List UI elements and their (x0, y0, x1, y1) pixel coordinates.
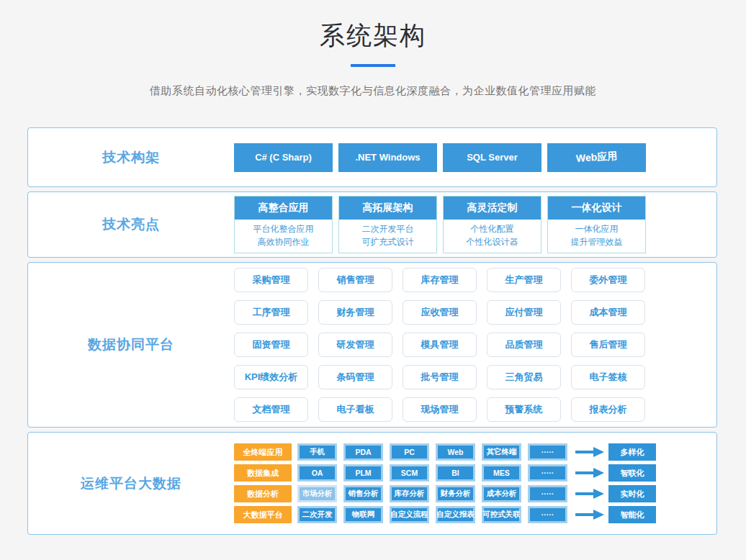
tech-button[interactable]: .NET Windows (338, 143, 437, 172)
highlight-card-line: 一体化应用 (548, 222, 645, 235)
bigdata-item-button[interactable]: 其它终端 (482, 443, 521, 461)
tech-button[interactable]: Web应用 (547, 143, 646, 172)
tech-button[interactable]: SQL Server (443, 143, 541, 172)
bigdata-result-badge: 智能化 (608, 506, 656, 523)
module-button[interactable]: 采购管理 (234, 268, 308, 292)
tech-button-label: C# (C Sharp) (255, 152, 312, 163)
highlight-card-title: 高拓展架构 (339, 197, 436, 220)
bigdata-item-button[interactable]: 财务分析 (436, 485, 475, 502)
highlight-card-title: 高灵活定制 (444, 197, 541, 220)
module-button[interactable]: 报表分析 (571, 397, 645, 422)
module-button[interactable]: 文档管理 (234, 397, 308, 422)
bigdata-flow-rows: 全终端应用手机PDAPCWeb其它终端·····多样化数据集成OAPLMSCMB… (234, 433, 716, 534)
highlight-card-line: 可扩充式设计 (339, 235, 436, 248)
highlight-card-line: 高效协同作业 (235, 235, 332, 248)
module-button-grid: 采购管理销售管理库存管理生产管理委外管理工序管理财务管理应收管理应付管理成本管理… (234, 263, 716, 427)
module-button[interactable]: 应收管理 (403, 300, 477, 325)
bigdata-item-button[interactable]: PC (390, 443, 429, 461)
module-button[interactable]: 售后管理 (571, 333, 645, 357)
bigdata-item-button[interactable]: Web (436, 443, 475, 461)
highlights-section-label: 技术亮点 (28, 192, 234, 257)
module-button[interactable]: 研发管理 (318, 333, 392, 357)
module-button[interactable]: 条码管理 (318, 365, 392, 389)
bigdata-row-label: 数据集成 (234, 464, 292, 482)
bigdata-row-label: 大数据平台 (234, 506, 292, 523)
highlight-card-title: 一体化设计 (548, 197, 645, 220)
module-button[interactable]: KPI绩效分析 (234, 365, 308, 389)
bigdata-item-button[interactable]: 库存分析 (390, 485, 429, 502)
bigdata-row: 全终端应用手机PDAPCWeb其它终端·····多样化 (234, 443, 656, 461)
module-button[interactable]: 品质管理 (487, 333, 561, 357)
module-button[interactable]: 电子看板 (318, 397, 392, 422)
bigdata-item-button[interactable]: BI (436, 464, 475, 482)
module-button[interactable]: 电子签核 (571, 365, 645, 389)
bigdata-result-badge: 智联化 (608, 464, 656, 482)
bigdata-item-button[interactable]: 可控式关联 (482, 506, 521, 523)
module-button[interactable]: 工序管理 (234, 300, 308, 325)
highlight-card-line: 二次开发平台 (339, 222, 436, 235)
module-button[interactable]: 生产管理 (487, 268, 561, 292)
highlight-card-line: 个性化设计器 (444, 235, 541, 248)
bigdata-item-button[interactable]: ····· (528, 506, 567, 523)
tech-stack-button-row: C# (C Sharp).NET WindowsSQL ServerWeb应用 (234, 128, 716, 186)
highlight-card: 高整合应用平台化整合应用高效协同作业 (234, 196, 333, 253)
highlight-card-title: 高整合应用 (235, 197, 332, 220)
arrow-right-icon (575, 447, 604, 457)
bigdata-item-button[interactable]: PDA (343, 443, 383, 461)
bigdata-item-button[interactable]: MES (482, 464, 521, 482)
module-button[interactable]: 库存管理 (403, 268, 477, 292)
bigdata-item-button[interactable]: 市场分析 (297, 485, 337, 502)
bigdata-section-label: 运维平台大数据 (28, 433, 234, 534)
bigdata-row: 数据集成OAPLMSCMBIMES·····智联化 (234, 464, 656, 482)
highlight-card-row: 高整合应用平台化整合应用高效协同作业高拓展架构二次开发平台可扩充式设计高灵活定制… (234, 192, 716, 257)
module-button[interactable]: 财务管理 (318, 300, 392, 325)
bigdata-item-button[interactable]: 成本分析 (482, 485, 521, 502)
highlight-card-body: 平台化整合应用高效协同作业 (235, 220, 332, 253)
module-button[interactable]: 预警系统 (487, 397, 561, 422)
tech-button[interactable]: C# (C Sharp) (234, 143, 333, 172)
highlight-card-line: 个性化配置 (444, 222, 541, 235)
highlight-card: 高灵活定制个性化配置个性化设计器 (443, 196, 541, 253)
highlight-card: 高拓展架构二次开发平台可扩充式设计 (338, 196, 437, 253)
module-button[interactable]: 批号管理 (403, 365, 477, 389)
highlight-card: 一体化设计一体化应用提升管理效益 (547, 196, 646, 253)
module-button[interactable]: 模具管理 (403, 333, 477, 357)
highlights-section: 技术亮点 高整合应用平台化整合应用高效协同作业高拓展架构二次开发平台可扩充式设计… (27, 191, 717, 258)
bigdata-item-button[interactable]: 二次开发 (297, 506, 337, 523)
module-button[interactable]: 三角贸易 (487, 365, 561, 389)
title-underline (351, 64, 395, 67)
system-architecture-page: 系统架构 借助系统自动化核心管理引擎，实现数字化与信息化深度融合，为企业数值化管… (0, 0, 746, 560)
bigdata-result-badge: 多样化 (608, 443, 656, 461)
bigdata-item-button[interactable]: 自定义流程 (390, 506, 429, 523)
data-platform-section: 数据协同平台 采购管理销售管理库存管理生产管理委外管理工序管理财务管理应收管理应… (27, 262, 717, 428)
highlight-card-line: 提升管理效益 (548, 235, 645, 248)
page-subtitle: 借助系统自动化核心管理引擎，实现数字化与信息化深度融合，为企业数值化管理应用赋能 (0, 84, 746, 98)
page-title: 系统架构 (0, 0, 746, 53)
highlight-card-line: 平台化整合应用 (235, 222, 332, 235)
bigdata-row-label: 全终端应用 (234, 443, 292, 461)
bigdata-item-button[interactable]: SCM (390, 464, 429, 482)
module-button[interactable]: 成本管理 (571, 300, 645, 325)
bigdata-item-button[interactable]: 自定义报表 (436, 506, 475, 523)
bigdata-item-button[interactable]: ····· (528, 485, 567, 502)
bigdata-row: 大数据平台二次开发物联网自定义流程自定义报表可控式关联·····智能化 (234, 506, 656, 523)
bigdata-item-button[interactable]: 手机 (297, 443, 337, 461)
bigdata-item-button[interactable]: 销售分析 (343, 485, 383, 502)
data-platform-section-label: 数据协同平台 (28, 263, 234, 427)
highlight-card-body: 一体化应用提升管理效益 (548, 220, 645, 253)
bigdata-item-button[interactable]: ····· (528, 464, 567, 482)
tech-stack-section: 技术构架 C# (C Sharp).NET WindowsSQL ServerW… (27, 127, 717, 187)
bigdata-item-button[interactable]: PLM (343, 464, 383, 482)
bigdata-section: 运维平台大数据 全终端应用手机PDAPCWeb其它终端·····多样化数据集成O… (27, 432, 717, 535)
highlight-card-body: 个性化配置个性化设计器 (444, 220, 541, 253)
module-button[interactable]: 销售管理 (318, 268, 392, 292)
module-button[interactable]: 应付管理 (487, 300, 561, 325)
tech-stack-section-label: 技术构架 (28, 128, 234, 186)
bigdata-item-button[interactable]: ····· (528, 443, 567, 461)
module-button[interactable]: 现场管理 (403, 397, 477, 422)
bigdata-item-button[interactable]: OA (297, 464, 337, 482)
module-button[interactable]: 固资管理 (234, 333, 308, 357)
bigdata-item-button[interactable]: 物联网 (343, 506, 383, 523)
tech-button-label: Web应用 (575, 150, 617, 166)
module-button[interactable]: 委外管理 (571, 268, 645, 292)
